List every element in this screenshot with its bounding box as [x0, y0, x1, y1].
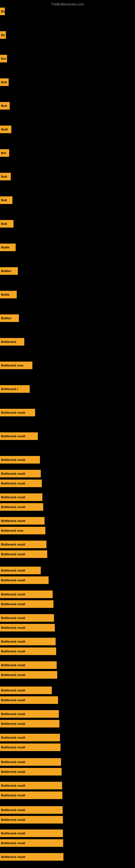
bar-label: Bottleneck result [1, 818, 25, 822]
bar-label: Bottleneck result [1, 496, 25, 499]
bar-label: Bo [1, 10, 5, 13]
bar-label: Bottleneck result [1, 689, 25, 692]
bar-label: Bottleneck r [1, 388, 18, 391]
bar-item: Bott [0, 220, 13, 227]
bar-label: Bottl [1, 128, 8, 131]
bar-label: Bottleneck result [1, 593, 25, 596]
bar-label: Bottleneck result [1, 435, 25, 438]
bar-label: Bottleneck result [1, 746, 25, 749]
bar-label: Bottleneck resu [1, 529, 24, 532]
bar-item: Bottleneck result [0, 768, 61, 775]
bar-label: Bottleneck result [1, 650, 25, 653]
bar-item: Bottle [0, 291, 17, 299]
bar-item: Bottleneck result [0, 567, 41, 574]
bar-item: Bottleneck result [0, 456, 40, 464]
bar-item: Bottleneck result [0, 686, 52, 694]
bar-item: Bottleneck result [0, 792, 62, 799]
bar-item: Bottleneck result [0, 409, 35, 416]
bar-item: Bottleneck result [0, 470, 41, 477]
bar-label: Bottleneck result [1, 519, 25, 522]
bar-label: Bottlen [1, 316, 11, 320]
bar-item: Bott [0, 196, 12, 204]
bar-item: Bottle [0, 244, 16, 251]
bar-label: Bottleneck result [1, 855, 25, 859]
bar-item: Bot [0, 149, 9, 157]
bar-label: Bottle [1, 293, 9, 296]
bar-item: Bottleneck resu [0, 527, 45, 534]
bar-item: Bottl [0, 126, 11, 133]
bar-label: Bottleneck result [1, 472, 25, 475]
bar-item: Bottleneck result [0, 853, 63, 861]
bar-item: Bot [0, 55, 7, 62]
bar-item: Bottleneck result [0, 806, 63, 814]
bar-label: Bottleneck result [1, 616, 25, 620]
bar-item: Bottleneck result [0, 638, 56, 645]
bar-label: Bott [1, 222, 7, 225]
bar-item: Bottleneck r [0, 385, 30, 393]
bar-item: Bottleneck resu [0, 362, 32, 369]
bar-label: Bottleneck result [1, 699, 25, 702]
bar-label: Bottleneck result [1, 411, 25, 414]
bar-label: Bott [1, 104, 7, 107]
bar-item: Bottleneck result [0, 661, 57, 669]
bar-label: Bottleneck result [1, 458, 25, 461]
bar-label: Bottleneck result [1, 832, 25, 835]
bar-label: Bottle [1, 246, 9, 249]
bar-label: Bot [1, 57, 6, 60]
bar-item: Bottleneck result [0, 720, 59, 727]
bar-label: Bott [1, 175, 7, 178]
bar-item: Bo [0, 31, 6, 39]
bar-label: Bottleneck result [1, 569, 25, 572]
bar-label: Bott [1, 81, 7, 84]
bar-label: Bottleneck [1, 340, 16, 343]
bar-label: Bottleneck result [1, 505, 25, 508]
bar-label: Bot [1, 151, 6, 155]
bar-item: Bottleneck result [0, 830, 63, 837]
bar-item: Bottleneck result [0, 432, 38, 440]
bar-label: Bottlen [1, 269, 11, 273]
bar-item: Bottleneck result [0, 540, 46, 548]
site-title: TheBottlenecker.com [51, 2, 84, 6]
bar-item: Bottleneck result [0, 624, 55, 631]
bar-label: Bottleneck result [1, 640, 25, 643]
bar-item: Bottleneck result [0, 600, 53, 608]
bar-item: Bottleneck result [0, 839, 63, 847]
bar-label: Bottleneck result [1, 794, 25, 797]
bar-item: Bottleneck result [0, 671, 57, 679]
bar-label: Bottleneck result [1, 712, 25, 716]
bar-label: Bottleneck result [1, 784, 25, 787]
bar-item: Bottlen [0, 314, 19, 322]
bar-item: Bott [0, 102, 10, 110]
bar-label: Bottleneck result [1, 736, 25, 739]
bar-item: Bottleneck result [0, 816, 63, 824]
bar-label: Bottleneck result [1, 553, 25, 556]
bar-label: Bottleneck result [1, 579, 25, 582]
bar-label: Bottleneck result [1, 626, 25, 629]
bar-item: Bottleneck result [0, 577, 49, 584]
bar-label: Bo [1, 33, 5, 37]
bar-item: Bottleneck result [0, 734, 60, 741]
bar-label: Bottleneck result [1, 663, 25, 667]
bar-item: Bottleneck result [0, 648, 56, 655]
bar-item: Bottleneck result [0, 550, 47, 558]
bar-item: Bottleneck result [0, 614, 54, 622]
bar-item: Bottleneck result [0, 517, 45, 525]
bar-item: Bottleneck result [0, 696, 58, 704]
bar-label: Bottleneck result [1, 770, 25, 773]
bar-item: Bott [0, 79, 9, 86]
bar-label: Bottleneck result [1, 482, 25, 485]
bar-label: Bottleneck resu [1, 364, 24, 367]
bar-item: Bottleneck [0, 338, 24, 346]
bar-label: Bottleneck result [1, 808, 25, 812]
bar-item: Bottleneck result [0, 710, 59, 718]
bar-item: Bo [0, 8, 5, 15]
bar-item: Bottleneck result [0, 493, 42, 501]
bar-item: Bottleneck result [0, 758, 61, 766]
bar-item: Bottleneck result [0, 782, 62, 789]
bar-item: Bottleneck result [0, 590, 53, 598]
bar-label: Bottleneck result [1, 543, 25, 546]
bar-label: Bottleneck result [1, 722, 25, 725]
bar-label: Bottleneck result [1, 841, 25, 845]
bar-item: Bottleneck result [0, 503, 43, 511]
bar-item: Bottleneck result [0, 479, 42, 487]
